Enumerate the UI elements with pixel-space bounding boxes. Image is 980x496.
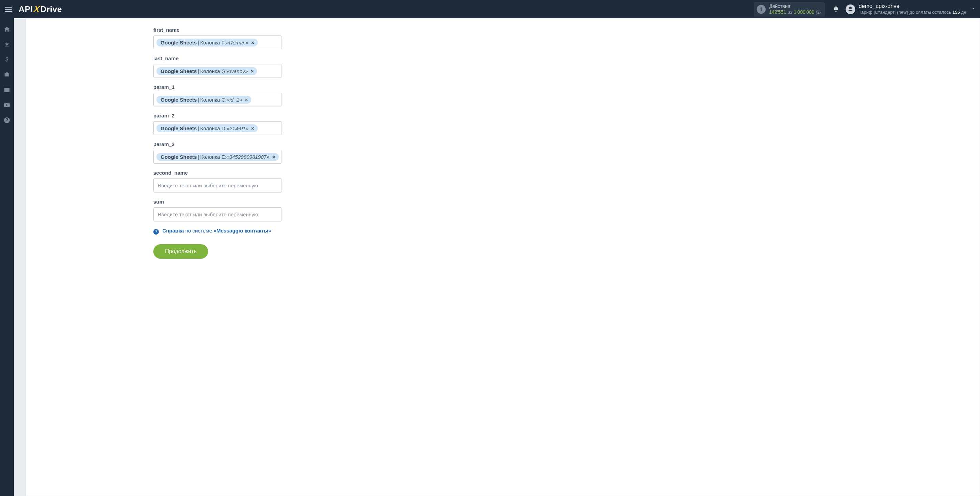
token-source: Google Sheets bbox=[161, 154, 197, 160]
help-link-row: ? Справка по системе «Messaggio контакты… bbox=[153, 228, 282, 235]
user-name: demo_apix-drive bbox=[859, 3, 966, 10]
field-input[interactable]: Google Sheets | Колонка D: «214-01»× bbox=[153, 121, 282, 135]
token-column: Колонка F: bbox=[200, 40, 226, 46]
token-value: «214-01» bbox=[227, 126, 248, 131]
sidebar bbox=[0, 18, 14, 496]
token-remove-button[interactable]: × bbox=[250, 40, 255, 46]
token-source: Google Sheets bbox=[161, 126, 197, 131]
token-value: «Roman» bbox=[226, 40, 248, 46]
field-input[interactable]: Google Sheets | Колонка C: «id_1»× bbox=[153, 93, 282, 107]
mapping-token: Google Sheets | Колонка G: «Ivanov»× bbox=[156, 67, 257, 75]
user-tariff: Тариф |Стандарт| (new) до оплаты осталос… bbox=[859, 10, 966, 15]
field-first_name: first_nameGoogle Sheets | Колонка F: «Ro… bbox=[153, 27, 282, 49]
token-separator: | bbox=[198, 126, 199, 131]
field-label: second_name bbox=[153, 170, 282, 176]
field-label: sum bbox=[153, 199, 282, 205]
field-input[interactable] bbox=[153, 207, 282, 221]
token-source: Google Sheets bbox=[161, 40, 197, 46]
id-card-icon bbox=[3, 86, 10, 93]
field-input[interactable] bbox=[153, 178, 282, 192]
continue-button[interactable]: Продолжить bbox=[153, 244, 208, 259]
home-icon bbox=[3, 26, 10, 33]
info-icon: i bbox=[757, 5, 766, 14]
logo[interactable]: API X Drive bbox=[19, 4, 62, 14]
field-input[interactable]: Google Sheets | Колонка E: «345298098198… bbox=[153, 150, 282, 164]
actions-counter[interactable]: i Действия: 142'551 из 1'000'000 (14% bbox=[754, 2, 825, 16]
sidebar-item-home[interactable] bbox=[0, 22, 14, 36]
main-card: first_nameGoogle Sheets | Колонка F: «Ro… bbox=[25, 18, 980, 496]
token-separator: | bbox=[198, 68, 199, 74]
token-separator: | bbox=[198, 97, 199, 103]
token-remove-button[interactable]: × bbox=[250, 126, 255, 131]
field-label: param_1 bbox=[153, 84, 282, 90]
sitemap-icon bbox=[3, 41, 10, 48]
logo-part-drive: Drive bbox=[40, 5, 62, 14]
logo-part-x: X bbox=[33, 4, 40, 14]
field-text-input[interactable] bbox=[156, 181, 279, 191]
token-separator: | bbox=[198, 154, 199, 160]
field-input[interactable]: Google Sheets | Колонка G: «Ivanov»× bbox=[153, 64, 282, 78]
token-remove-button[interactable]: × bbox=[250, 68, 254, 74]
sidebar-item-help[interactable] bbox=[0, 113, 14, 127]
mapping-form: first_nameGoogle Sheets | Колонка F: «Ro… bbox=[153, 19, 282, 272]
mapping-token: Google Sheets | Колонка C: «id_1»× bbox=[156, 96, 251, 104]
top-bar: API X Drive i Действия: 142'551 из 1'000… bbox=[0, 0, 980, 18]
notifications-button[interactable] bbox=[829, 2, 843, 16]
bell-icon bbox=[832, 6, 839, 13]
help-link[interactable]: Справка по системе «Messaggio контакты» bbox=[162, 228, 271, 234]
briefcase-icon bbox=[3, 71, 10, 78]
sidebar-item-briefcase[interactable] bbox=[0, 68, 14, 82]
field-input[interactable]: Google Sheets | Колонка F: «Roman»× bbox=[153, 35, 282, 49]
sidebar-item-billing[interactable] bbox=[0, 53, 14, 67]
question-icon bbox=[3, 117, 10, 124]
token-value: «id_1» bbox=[227, 97, 242, 103]
field-label: last_name bbox=[153, 56, 282, 61]
field-text-input[interactable] bbox=[156, 210, 279, 219]
token-remove-button[interactable]: × bbox=[272, 154, 276, 160]
mapping-token: Google Sheets | Колонка D: «214-01»× bbox=[156, 124, 258, 132]
token-source: Google Sheets bbox=[161, 97, 197, 103]
logo-part-api: API bbox=[19, 5, 33, 14]
token-value: «3452980981987» bbox=[226, 154, 269, 160]
token-remove-button[interactable]: × bbox=[244, 97, 249, 103]
user-menu[interactable]: demo_apix-drive Тариф |Стандарт| (new) д… bbox=[846, 3, 976, 15]
actions-label: Действия: bbox=[769, 3, 821, 9]
chevron-down-icon bbox=[971, 6, 976, 13]
token-source: Google Sheets bbox=[161, 68, 197, 74]
field-last_name: last_nameGoogle Sheets | Колонка G: «Iva… bbox=[153, 56, 282, 78]
sidebar-item-video[interactable] bbox=[0, 98, 14, 112]
field-label: param_2 bbox=[153, 113, 282, 119]
field-sum: sum bbox=[153, 199, 282, 221]
mapping-token: Google Sheets | Колонка E: «345298098198… bbox=[156, 153, 279, 161]
field-param_2: param_2Google Sheets | Колонка D: «214-0… bbox=[153, 113, 282, 135]
token-column: Колонка G: bbox=[200, 68, 227, 74]
field-label: param_3 bbox=[153, 141, 282, 147]
field-param_1: param_1Google Sheets | Колонка C: «id_1»… bbox=[153, 84, 282, 107]
token-value: «Ivanov» bbox=[227, 68, 248, 74]
sidebar-item-contacts[interactable] bbox=[0, 83, 14, 97]
field-label: first_name bbox=[153, 27, 282, 33]
token-column: Колонка D: bbox=[200, 126, 227, 131]
help-icon: ? bbox=[153, 229, 159, 235]
mapping-token: Google Sheets | Колонка F: «Roman»× bbox=[156, 38, 258, 46]
field-param_3: param_3Google Sheets | Колонка E: «34529… bbox=[153, 141, 282, 164]
sidebar-item-connections[interactable] bbox=[0, 38, 14, 51]
menu-toggle-button[interactable] bbox=[5, 5, 14, 14]
user-icon bbox=[847, 6, 854, 13]
field-second_name: second_name bbox=[153, 170, 282, 192]
token-separator: | bbox=[198, 40, 199, 46]
actions-usage: 142'551 из 1'000'000 (14% bbox=[769, 9, 821, 15]
avatar bbox=[846, 5, 855, 14]
dollar-icon bbox=[3, 56, 10, 63]
token-column: Колонка E: bbox=[200, 154, 226, 160]
token-column: Колонка C: bbox=[200, 97, 227, 103]
gutter-left bbox=[14, 18, 25, 496]
youtube-icon bbox=[3, 102, 10, 108]
